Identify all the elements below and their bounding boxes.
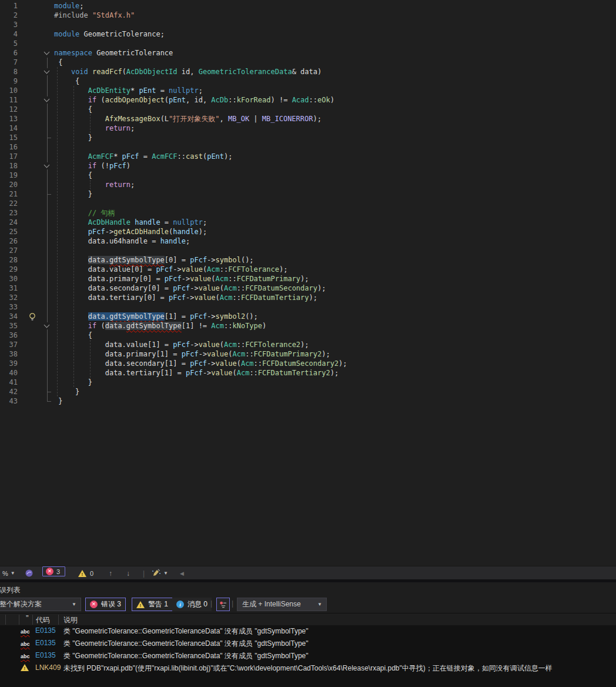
code-cleanup-button[interactable]: ▼ <box>151 566 168 580</box>
line-number: 16 <box>0 142 18 152</box>
code-line: 25 pFcf->getAcDbHandle(handle); <box>0 227 616 236</box>
scope-dropdown[interactable]: 整个解决方案 ▼ <box>0 598 81 611</box>
chevron-down-icon: ▼ <box>11 571 15 576</box>
code-line: 22 <box>0 199 616 208</box>
error-code-link[interactable]: LNK4099 <box>35 663 61 672</box>
warning-count: 0 <box>90 570 93 577</box>
line-number: 15 <box>0 133 18 142</box>
code-line: 2#include "StdAfx.h" <box>0 11 616 20</box>
messages-filter-button[interactable]: i 消息 0 <box>172 598 212 611</box>
code-line: 17 AcmFCF* pFcf = AcmFCF::cast(pEnt); <box>0 152 616 161</box>
code-line: 9 { <box>0 76 616 86</box>
code-line: 12 { <box>0 105 616 114</box>
code-line: 39 data.secondary[1] = pFcf->value(Acm::… <box>0 359 616 368</box>
line-number: 18 <box>0 161 18 171</box>
info-circle-icon: i <box>176 601 184 608</box>
line-number: 1 <box>0 1 18 11</box>
code-text: data.gdtSymbolType[1] = pFcf->symbol2(); <box>54 312 258 321</box>
line-number: 27 <box>0 246 18 255</box>
build-intellisense-dropdown[interactable]: 生成 + IntelliSense ▼ <box>237 598 327 611</box>
purple-orb-icon <box>25 569 34 578</box>
separator: | <box>210 599 212 608</box>
errors-filter-label: 错误 3 <box>101 599 121 609</box>
description-column-header[interactable]: 说明 <box>63 615 78 625</box>
code-line: 16 <box>0 142 616 152</box>
error-list-row[interactable]: abcE0135类 "GeometricTolerance::Geometric… <box>0 638 616 650</box>
line-number: 6 <box>0 48 18 58</box>
code-text: { <box>54 171 92 180</box>
code-text: } <box>54 133 92 142</box>
error-count-indicator[interactable]: ✕ 3 <box>42 566 65 576</box>
code-text: AcDbHandle handle = nullptr; <box>54 218 207 227</box>
error-description: 类 "GeometricTolerance::GeometricToleranc… <box>63 651 309 661</box>
panel-title: 错误列表 <box>0 585 21 595</box>
error-list-rows: abcE0135类 "GeometricTolerance::Geometric… <box>0 625 616 687</box>
zoom-control[interactable]: %▼ <box>2 566 15 580</box>
code-text: return; <box>54 180 135 189</box>
error-code-link[interactable]: E0135 <box>35 651 61 659</box>
error-count: 3 <box>56 568 60 575</box>
code-line: 21 } <box>0 189 616 199</box>
code-text: data.tertiary[1] = pFcf->value(Acm::FCFD… <box>54 368 339 378</box>
code-line: 3 <box>0 20 616 29</box>
code-text: void readFcf(AcDbObjectId id, GeometricT… <box>54 67 322 76</box>
code-text: } <box>54 189 92 199</box>
severity-column-icon[interactable]: ❞ <box>26 614 29 621</box>
warning-triangle-icon: ! <box>78 570 86 577</box>
line-number: 13 <box>0 114 18 124</box>
separator: | <box>232 599 233 608</box>
code-text: return; <box>54 124 135 133</box>
error-list-row[interactable]: !LNK4099未找到 PDB"rxapi.pdb"(使用"rxapi.lib(… <box>0 662 616 675</box>
next-issue-arrow-down-icon[interactable]: ↓ <box>126 566 130 580</box>
code-line: 11 if (acdbOpenObject(pEnt, id, AcDb::kF… <box>0 95 616 105</box>
code-column-header[interactable]: 代码 <box>36 615 50 625</box>
code-line: 29 data.value[0] = pFcf->value(Acm::FCFT… <box>0 265 616 274</box>
error-list-row[interactable]: abcE0135类 "GeometricTolerance::Geometric… <box>0 625 616 638</box>
warning-count-indicator[interactable]: ! 0 <box>78 566 93 580</box>
error-code-link[interactable]: E0135 <box>35 626 61 635</box>
intellisense-error-abc-icon: abc <box>21 627 30 635</box>
code-text: { <box>54 105 92 114</box>
line-number: 29 <box>0 265 18 274</box>
chevron-down-icon: ▼ <box>163 571 168 576</box>
broom-icon <box>151 569 161 578</box>
line-number: 38 <box>0 349 18 359</box>
line-number: 43 <box>0 396 18 406</box>
warnings-filter-button[interactable]: ! 警告 1 <box>132 598 173 611</box>
code-line: 41 } <box>0 378 616 387</box>
code-line: 33 <box>0 302 616 312</box>
code-line: 13 AfxMessageBox(L"打开对象失败", MB_OK | MB_I… <box>0 114 616 124</box>
line-number: 9 <box>0 76 18 86</box>
code-text: if (!pFcf) <box>54 161 130 171</box>
line-number: 31 <box>0 284 18 293</box>
line-number: 17 <box>0 152 18 161</box>
error-code-link[interactable]: E0135 <box>35 639 61 647</box>
line-number: 24 <box>0 218 18 227</box>
code-editor[interactable]: 1module;2#include "StdAfx.h"34module Geo… <box>0 0 616 566</box>
code-text: { <box>54 331 92 340</box>
code-line: 38 data.primary[1] = pFcf->value(Acm::FC… <box>0 349 616 359</box>
error-description: 类 "GeometricTolerance::GeometricToleranc… <box>63 626 309 636</box>
health-indicator-icon[interactable] <box>25 566 34 580</box>
hscroll-left-arrow[interactable]: ◀ <box>180 566 184 580</box>
line-number: 34 <box>0 312 18 321</box>
code-line: 7 { <box>0 58 616 67</box>
code-line: 40 data.tertiary[1] = pFcf->value(Acm::F… <box>0 368 616 378</box>
error-list-panel: 错误列表 整个解决方案 ▼ ✕ 错误 3 ! 警告 1 i 消息 0 | <box>0 582 616 687</box>
code-line: 14 return; <box>0 124 616 133</box>
code-line: 30 data.primary[0] = pFcf->value(Acm::FC… <box>0 274 616 284</box>
code-line: 18 if (!pFcf) <box>0 161 616 171</box>
chevron-down-icon: ▼ <box>72 602 76 607</box>
multi-filter-button[interactable] <box>216 598 230 611</box>
errors-filter-button[interactable]: ✕ 错误 3 <box>85 598 126 611</box>
error-list-row[interactable]: abcE0135类 "GeometricTolerance::Geometric… <box>0 650 616 662</box>
prev-issue-arrow-up-icon[interactable]: ↑ <box>109 566 112 580</box>
code-line: 34 data.gdtSymbolType[1] = pFcf->symbol2… <box>0 312 616 321</box>
code-text: module GeometricTolerance; <box>54 29 165 39</box>
code-line: 6namespace GeometricTolerance <box>0 48 616 58</box>
quick-action-lightbulb-icon[interactable] <box>28 312 36 321</box>
code-line: 24 AcDbHandle handle = nullptr; <box>0 218 616 227</box>
line-number: 40 <box>0 368 18 378</box>
code-line: 1module; <box>0 1 616 11</box>
code-line: 43 } <box>0 396 616 406</box>
